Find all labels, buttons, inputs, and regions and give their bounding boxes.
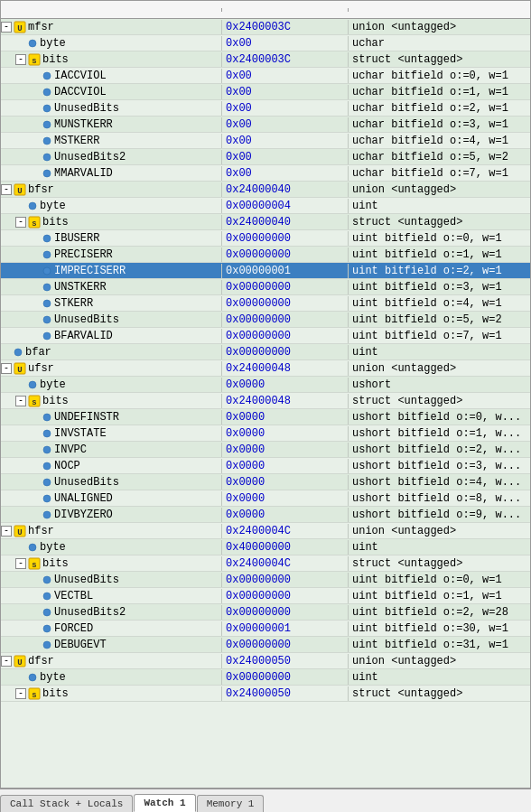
table-row[interactable]: - U dfsr0x24000050union <untagged> — [1, 653, 530, 669]
table-row[interactable]: byte0x40000000uint — [1, 539, 530, 555]
tree-expander[interactable]: - — [15, 688, 26, 699]
cell-value: 0x0000 — [222, 378, 349, 392]
cell-name-text: UNALIGNED — [54, 492, 113, 505]
table-row[interactable]: byte0x00000004uint — [1, 198, 530, 214]
expander-placeholder — [30, 266, 41, 276]
cell-type: ushort bitfield o:=2, w... — [349, 443, 530, 457]
cell-type: uchar bitfield o:=5, w=2 — [349, 150, 530, 164]
table-row[interactable]: IBUSERR0x00000000uint bitfield o:=0, w=1 — [1, 230, 530, 247]
tree-expander[interactable]: - — [15, 54, 26, 65]
tree-expander[interactable]: - — [1, 526, 12, 537]
cell-type: union <untagged> — [349, 20, 530, 34]
cell-name-text: STKERR — [54, 297, 93, 310]
table-row[interactable]: - U bfsr0x24000040union <untagged> — [1, 182, 530, 198]
table-row[interactable]: - U hfsr0x2400004Cunion <untagged> — [1, 523, 530, 539]
cell-name: byte — [1, 378, 222, 392]
table-row[interactable]: UnusedBits0x0000ushort bitfield o:=4, w.… — [1, 474, 530, 490]
svg-text:U: U — [17, 366, 22, 375]
tab-memory1[interactable]: Memory 1 — [197, 795, 265, 812]
table-row[interactable]: NOCP0x0000ushort bitfield o:=3, w... — [1, 458, 530, 474]
table-row[interactable]: UnusedBits0x00000000uint bitfield o:=5, … — [1, 312, 530, 328]
table-row[interactable]: - U mfsr0x2400003Cunion <untagged> — [1, 19, 530, 35]
cell-name-text: byte — [40, 378, 66, 391]
svg-point-23 — [43, 332, 51, 340]
tab-callstack[interactable]: Call Stack + Locals — [0, 795, 133, 812]
cell-value: 0x00 — [222, 166, 349, 181]
table-row[interactable]: UnusedBits0x00uchar bitfield o:=2, w=1 — [1, 100, 530, 117]
table-row[interactable]: DIVBYZERO0x0000ushort bitfield o:=9, w..… — [1, 507, 530, 523]
table-row[interactable]: FORCED0x00000001uint bitfield o:=30, w=1 — [1, 621, 530, 637]
table-body[interactable]: - U mfsr0x2400003Cunion <untagged> byte0… — [1, 19, 530, 788]
table-row[interactable]: MUNSTKERR0x00uchar bitfield o:=3, w=1 — [1, 117, 530, 133]
table-row[interactable]: byte0x00uchar — [1, 35, 530, 51]
cell-name-text: bits — [42, 557, 69, 570]
tree-expander[interactable]: - — [15, 396, 26, 406]
table-row[interactable]: - S bits0x24000048struct <untagged> — [1, 393, 530, 409]
cell-name: - U dfsr — [1, 654, 222, 668]
tree-expander[interactable]: - — [1, 22, 12, 33]
svg-point-20 — [43, 284, 51, 291]
cell-type: uint bitfield o:=3, w=1 — [349, 280, 530, 294]
table-row[interactable]: UnusedBits0x00000000uint bitfield o:=0, … — [1, 572, 530, 588]
tree-expander[interactable]: - — [1, 184, 12, 195]
svg-text:S: S — [33, 691, 37, 699]
table-row[interactable]: - U ufsr0x24000048union <untagged> — [1, 360, 530, 377]
table-row[interactable]: MSTKERR0x00uchar bitfield o:=4, w=1 — [1, 133, 530, 149]
field-icon — [42, 478, 51, 487]
table-row[interactable]: UNDEFINSTR0x0000ushort bitfield o:=0, w.… — [1, 409, 530, 425]
table-row[interactable]: UnusedBits20x00000000uint bitfield o:=2,… — [1, 604, 530, 621]
svg-point-35 — [43, 495, 51, 502]
struct-icon: S — [28, 216, 41, 229]
table-row[interactable]: DACCVIOL0x00uchar bitfield o:=1, w=1 — [1, 84, 530, 100]
cell-value: 0x00000000 — [222, 296, 349, 311]
tree-expander[interactable]: - — [15, 217, 26, 228]
tree-expander[interactable]: - — [1, 363, 12, 374]
cell-name-text: INVPC — [54, 443, 87, 456]
cell-name-text: UnusedBits — [54, 102, 119, 115]
table-row[interactable]: IACCVIOL0x00uchar bitfield o:=0, w=1 — [1, 68, 530, 84]
cell-type: uint bitfield o:=2, w=28 — [349, 605, 530, 620]
cell-name-text: VECTBL — [54, 590, 93, 602]
cell-value: 0x00000000 — [222, 280, 349, 294]
table-row[interactable]: VECTBL0x00000000uint bitfield o:=1, w=1 — [1, 588, 530, 604]
cell-value: 0x24000048 — [222, 394, 349, 408]
svg-point-44 — [43, 609, 51, 616]
svg-point-19 — [43, 267, 51, 275]
table-row[interactable]: - S bits0x2400003Cstruct <untagged> — [1, 51, 530, 68]
tree-expander[interactable]: - — [1, 656, 12, 667]
cell-value: 0x00 — [222, 150, 349, 164]
table-row[interactable]: MMARVALID0x00uchar bitfield o:=7, w=1 — [1, 165, 530, 182]
table-row[interactable]: - S bits0x24000050struct <untagged> — [1, 686, 530, 702]
table-row[interactable]: - S bits0x24000040struct <untagged> — [1, 214, 530, 230]
tab-watch1[interactable]: Watch 1 — [134, 794, 195, 812]
table-row[interactable]: INVPC0x0000ushort bitfield o:=2, w... — [1, 442, 530, 458]
table-row[interactable]: bfar0x00000000uint — [1, 344, 530, 360]
table-row[interactable]: UNSTKERR0x00000000uint bitfield o:=3, w=… — [1, 279, 530, 295]
table-row[interactable]: byte0x00000000uint — [1, 669, 530, 686]
table-row[interactable]: DEBUGEVT0x00000000uint bitfield o:=31, w… — [1, 637, 530, 653]
table-row[interactable]: - S bits0x2400004Cstruct <untagged> — [1, 555, 530, 572]
table-row[interactable]: BFARVALID0x00000000uint bitfield o:=7, w… — [1, 328, 530, 344]
svg-point-22 — [43, 316, 51, 323]
cell-name: - U ufsr — [1, 361, 222, 376]
tree-expander[interactable]: - — [15, 558, 26, 569]
field-icon — [42, 315, 51, 324]
cell-name-text: bfar — [25, 346, 51, 359]
header-type — [349, 8, 530, 12]
expander-placeholder — [30, 70, 41, 81]
table-row[interactable]: UNALIGNED0x0000ushort bitfield o:=8, w..… — [1, 490, 530, 507]
cell-value: 0x00000000 — [222, 573, 349, 587]
table-row[interactable]: PRECISERR0x00000000uint bitfield o:=1, w… — [1, 247, 530, 263]
field-icon — [28, 201, 37, 210]
svg-point-6 — [43, 89, 51, 96]
cell-type: uchar bitfield o:=7, w=1 — [349, 166, 530, 181]
table-row[interactable]: IMPRECISERR0x00000001uint bitfield o:=2,… — [1, 263, 530, 279]
cell-name-text: IACCVIOL — [54, 70, 107, 82]
table-row[interactable]: INVSTATE0x0000ushort bitfield o:=1, w... — [1, 425, 530, 442]
table-row[interactable]: byte0x0000ushort — [1, 377, 530, 393]
bottom-tab-bar: Call Stack + LocalsWatch 1Memory 1 — [0, 789, 531, 812]
table-row[interactable]: UnusedBits20x00uchar bitfield o:=5, w=2 — [1, 149, 530, 165]
field-icon — [42, 331, 51, 341]
cell-type: uchar bitfield o:=0, w=1 — [349, 69, 530, 83]
table-row[interactable]: STKERR0x00000000uint bitfield o:=4, w=1 — [1, 295, 530, 312]
